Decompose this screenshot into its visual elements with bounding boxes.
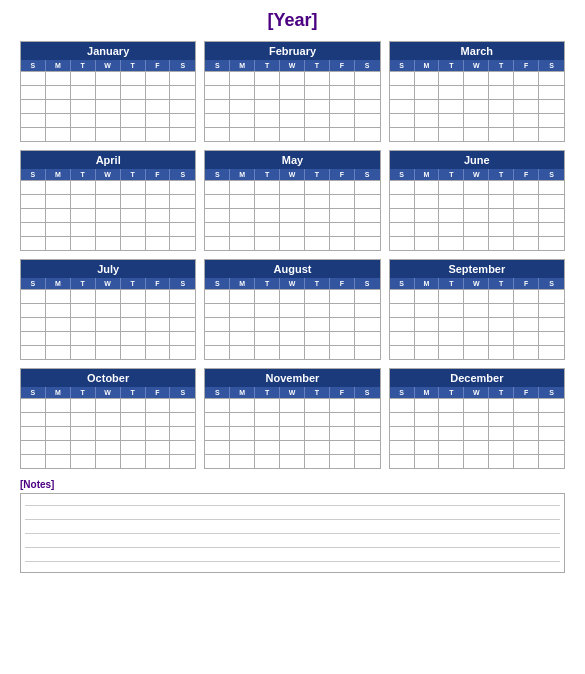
day-cell	[205, 237, 230, 250]
day-header-S: S	[21, 60, 46, 71]
day-cell	[46, 346, 71, 359]
day-cell	[121, 181, 146, 194]
day-cell	[280, 318, 305, 331]
day-cell	[71, 209, 96, 222]
day-cell	[21, 223, 46, 236]
month-block-june: JuneSMTWTFS	[389, 150, 565, 251]
day-cell	[121, 86, 146, 99]
day-cell	[46, 100, 71, 113]
day-cell	[21, 72, 46, 85]
day-header-T: T	[255, 387, 280, 398]
day-cell	[514, 346, 539, 359]
day-cell	[71, 86, 96, 99]
day-cell	[121, 290, 146, 303]
day-cell	[514, 237, 539, 250]
day-header-T: T	[439, 60, 464, 71]
day-header-W: W	[280, 278, 305, 289]
day-cell	[355, 455, 380, 468]
day-row	[390, 303, 564, 317]
day-header-T: T	[305, 278, 330, 289]
day-header-S: S	[390, 278, 415, 289]
day-header-S: S	[21, 387, 46, 398]
day-row	[205, 440, 379, 454]
month-block-november: NovemberSMTWTFS	[204, 368, 380, 469]
day-cell	[230, 441, 255, 454]
day-cell	[390, 441, 415, 454]
day-row	[205, 289, 379, 303]
day-cell	[330, 181, 355, 194]
day-cell	[514, 114, 539, 127]
calendar-grid: JanuarySMTWTFSFebruarySMTWTFSMarchSMTWTF…	[20, 41, 565, 469]
day-row	[21, 412, 195, 426]
day-cell	[439, 114, 464, 127]
notes-line	[25, 533, 560, 534]
day-header-T: T	[305, 387, 330, 398]
day-cell	[539, 209, 564, 222]
day-cell	[390, 86, 415, 99]
day-cell	[255, 195, 280, 208]
day-row	[205, 71, 379, 85]
day-cell	[539, 114, 564, 127]
day-cell	[439, 455, 464, 468]
day-cell	[46, 332, 71, 345]
day-cell	[205, 290, 230, 303]
day-cell	[464, 304, 489, 317]
day-cell	[439, 237, 464, 250]
day-row	[390, 113, 564, 127]
day-row	[21, 113, 195, 127]
day-cell	[305, 209, 330, 222]
day-cell	[21, 86, 46, 99]
day-cell	[71, 304, 96, 317]
day-cell	[146, 290, 171, 303]
day-header-M: M	[415, 60, 440, 71]
day-row	[390, 398, 564, 412]
day-cell	[415, 128, 440, 141]
day-cell	[96, 346, 121, 359]
day-cell	[539, 441, 564, 454]
day-cell	[305, 72, 330, 85]
day-row	[390, 85, 564, 99]
day-cell	[46, 181, 71, 194]
month-block-august: AugustSMTWTFS	[204, 259, 380, 360]
day-cell	[390, 455, 415, 468]
day-cell	[146, 86, 171, 99]
month-header-august: August	[205, 260, 379, 278]
day-cell	[96, 128, 121, 141]
day-cell	[355, 441, 380, 454]
day-cell	[146, 72, 171, 85]
day-cell	[255, 72, 280, 85]
day-cell	[255, 290, 280, 303]
day-cell	[96, 181, 121, 194]
day-cell	[439, 100, 464, 113]
day-header-T: T	[489, 387, 514, 398]
day-cell	[170, 332, 195, 345]
day-cell	[305, 223, 330, 236]
day-cell	[514, 332, 539, 345]
day-cell	[464, 237, 489, 250]
day-cell	[71, 290, 96, 303]
day-cell	[415, 332, 440, 345]
day-cell	[255, 427, 280, 440]
day-row	[390, 222, 564, 236]
day-cell	[21, 100, 46, 113]
day-row	[205, 331, 379, 345]
day-cell	[96, 332, 121, 345]
day-cell	[205, 318, 230, 331]
day-cell	[96, 237, 121, 250]
day-cell	[230, 195, 255, 208]
day-cell	[96, 399, 121, 412]
day-cell	[96, 304, 121, 317]
month-header-april: April	[21, 151, 195, 169]
day-cell	[255, 332, 280, 345]
day-cell	[415, 86, 440, 99]
day-cell	[305, 441, 330, 454]
day-cell	[146, 128, 171, 141]
day-cell	[439, 128, 464, 141]
day-cell	[330, 304, 355, 317]
day-cell	[255, 455, 280, 468]
day-cell	[514, 86, 539, 99]
notes-box[interactable]	[20, 493, 565, 573]
day-cell	[464, 86, 489, 99]
day-header-W: W	[464, 169, 489, 180]
day-cell	[330, 128, 355, 141]
